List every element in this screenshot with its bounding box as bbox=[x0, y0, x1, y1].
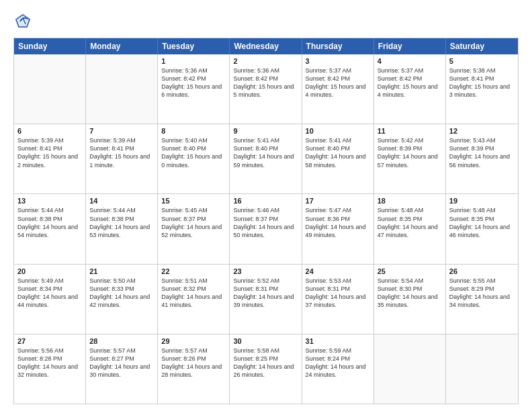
daylight-text: Daylight: 14 hours and 26 minutes. bbox=[233, 363, 298, 379]
weekday-header: Sunday bbox=[14, 38, 86, 54]
calendar-cell: 1Sunrise: 5:36 AMSunset: 8:42 PMDaylight… bbox=[158, 54, 230, 124]
day-number: 14 bbox=[89, 197, 154, 205]
sunrise-text: Sunrise: 5:59 AM bbox=[306, 347, 370, 355]
sunrise-text: Sunrise: 5:40 AM bbox=[161, 136, 226, 144]
sunset-text: Sunset: 8:34 PM bbox=[17, 285, 82, 293]
weekday-header: Tuesday bbox=[158, 38, 230, 54]
daylight-text: Daylight: 15 hours and 5 minutes. bbox=[233, 83, 298, 99]
sunset-text: Sunset: 8:33 PM bbox=[89, 285, 154, 293]
day-number: 2 bbox=[233, 57, 298, 65]
sunrise-text: Sunrise: 5:51 AM bbox=[161, 277, 226, 285]
daylight-text: Daylight: 14 hours and 58 minutes. bbox=[306, 152, 370, 169]
calendar-cell bbox=[14, 54, 86, 124]
calendar-cell bbox=[446, 334, 518, 404]
daylight-text: Daylight: 15 hours and 2 minutes. bbox=[17, 152, 82, 169]
sunset-text: Sunset: 8:39 PM bbox=[449, 144, 515, 152]
daylight-text: Daylight: 14 hours and 46 minutes. bbox=[449, 223, 515, 239]
daylight-text: Daylight: 14 hours and 28 minutes. bbox=[161, 363, 226, 379]
day-number: 12 bbox=[449, 127, 515, 135]
calendar-cell: 19Sunrise: 5:48 AMSunset: 8:35 PMDayligh… bbox=[446, 194, 518, 263]
sunrise-text: Sunrise: 5:44 AM bbox=[89, 206, 154, 214]
calendar-cell: 29Sunrise: 5:57 AMSunset: 8:26 PMDayligh… bbox=[158, 334, 230, 404]
calendar-cell: 11Sunrise: 5:42 AMSunset: 8:39 PMDayligh… bbox=[374, 124, 446, 193]
calendar-row: 13Sunrise: 5:44 AMSunset: 8:38 PMDayligh… bbox=[14, 194, 518, 264]
sunset-text: Sunset: 8:37 PM bbox=[233, 215, 298, 223]
sunset-text: Sunset: 8:40 PM bbox=[306, 144, 370, 152]
calendar-cell: 4Sunrise: 5:37 AMSunset: 8:42 PMDaylight… bbox=[374, 54, 446, 124]
calendar-cell: 6Sunrise: 5:39 AMSunset: 8:41 PMDaylight… bbox=[14, 124, 86, 193]
header bbox=[13, 12, 519, 31]
sunrise-text: Sunrise: 5:41 AM bbox=[306, 136, 370, 144]
sunset-text: Sunset: 8:37 PM bbox=[161, 215, 226, 223]
day-number: 20 bbox=[17, 267, 82, 275]
daylight-text: Daylight: 15 hours and 4 minutes. bbox=[306, 83, 370, 99]
daylight-text: Daylight: 14 hours and 35 minutes. bbox=[378, 293, 442, 309]
sunset-text: Sunset: 8:40 PM bbox=[161, 144, 226, 152]
calendar-cell: 31Sunrise: 5:59 AMSunset: 8:24 PMDayligh… bbox=[302, 334, 374, 404]
calendar-cell: 23Sunrise: 5:52 AMSunset: 8:31 PMDayligh… bbox=[230, 265, 302, 334]
day-number: 15 bbox=[161, 197, 226, 205]
sunrise-text: Sunrise: 5:45 AM bbox=[161, 206, 226, 214]
daylight-text: Daylight: 14 hours and 54 minutes. bbox=[17, 223, 82, 239]
day-number: 9 bbox=[233, 127, 298, 135]
daylight-text: Daylight: 14 hours and 59 minutes. bbox=[233, 152, 298, 169]
calendar-cell: 18Sunrise: 5:48 AMSunset: 8:35 PMDayligh… bbox=[374, 194, 446, 263]
sunset-text: Sunset: 8:42 PM bbox=[306, 75, 370, 83]
calendar-cell: 24Sunrise: 5:53 AMSunset: 8:31 PMDayligh… bbox=[302, 265, 374, 334]
day-number: 21 bbox=[89, 267, 154, 275]
day-number: 17 bbox=[306, 197, 370, 205]
calendar-row: 20Sunrise: 5:49 AMSunset: 8:34 PMDayligh… bbox=[14, 265, 518, 334]
daylight-text: Daylight: 14 hours and 39 minutes. bbox=[233, 293, 298, 309]
day-number: 24 bbox=[306, 267, 370, 275]
daylight-text: Daylight: 15 hours and 4 minutes. bbox=[378, 83, 442, 99]
sunrise-text: Sunrise: 5:39 AM bbox=[89, 136, 154, 144]
weekday-header: Thursday bbox=[302, 38, 374, 54]
calendar-cell: 7Sunrise: 5:39 AMSunset: 8:41 PMDaylight… bbox=[86, 124, 158, 193]
sunset-text: Sunset: 8:41 PM bbox=[17, 144, 82, 152]
sunrise-text: Sunrise: 5:39 AM bbox=[17, 136, 82, 144]
calendar-cell: 10Sunrise: 5:41 AMSunset: 8:40 PMDayligh… bbox=[302, 124, 374, 193]
daylight-text: Daylight: 14 hours and 57 minutes. bbox=[378, 152, 442, 169]
day-number: 1 bbox=[161, 57, 226, 65]
calendar-cell: 22Sunrise: 5:51 AMSunset: 8:32 PMDayligh… bbox=[158, 265, 230, 334]
calendar-cell: 16Sunrise: 5:46 AMSunset: 8:37 PMDayligh… bbox=[230, 194, 302, 263]
day-number: 16 bbox=[233, 197, 298, 205]
daylight-text: Daylight: 14 hours and 56 minutes. bbox=[449, 152, 515, 169]
sunset-text: Sunset: 8:35 PM bbox=[378, 215, 442, 223]
logo bbox=[13, 12, 35, 31]
calendar-cell: 5Sunrise: 5:38 AMSunset: 8:41 PMDaylight… bbox=[446, 54, 518, 124]
sunset-text: Sunset: 8:42 PM bbox=[378, 75, 442, 83]
day-number: 8 bbox=[161, 127, 226, 135]
day-number: 25 bbox=[378, 267, 442, 275]
sunrise-text: Sunrise: 5:44 AM bbox=[17, 206, 82, 214]
sunrise-text: Sunrise: 5:53 AM bbox=[306, 277, 370, 285]
calendar-cell: 20Sunrise: 5:49 AMSunset: 8:34 PMDayligh… bbox=[14, 265, 86, 334]
calendar-header: SundayMondayTuesdayWednesdayThursdayFrid… bbox=[14, 38, 518, 54]
sunset-text: Sunset: 8:32 PM bbox=[161, 285, 226, 293]
day-number: 28 bbox=[89, 337, 154, 345]
daylight-text: Daylight: 15 hours and 6 minutes. bbox=[161, 83, 226, 99]
sunrise-text: Sunrise: 5:46 AM bbox=[233, 206, 298, 214]
sunrise-text: Sunrise: 5:41 AM bbox=[233, 136, 298, 144]
day-number: 5 bbox=[449, 57, 515, 65]
sunrise-text: Sunrise: 5:52 AM bbox=[233, 277, 298, 285]
day-number: 18 bbox=[378, 197, 442, 205]
logo-icon bbox=[13, 12, 32, 31]
day-number: 10 bbox=[306, 127, 370, 135]
sunset-text: Sunset: 8:25 PM bbox=[233, 355, 298, 363]
sunset-text: Sunset: 8:41 PM bbox=[89, 144, 154, 152]
calendar-row: 6Sunrise: 5:39 AMSunset: 8:41 PMDaylight… bbox=[14, 124, 518, 194]
daylight-text: Daylight: 14 hours and 47 minutes. bbox=[378, 223, 442, 239]
sunset-text: Sunset: 8:30 PM bbox=[378, 285, 442, 293]
calendar-cell: 25Sunrise: 5:54 AMSunset: 8:30 PMDayligh… bbox=[374, 265, 446, 334]
daylight-text: Daylight: 15 hours and 0 minutes. bbox=[161, 152, 226, 169]
calendar-cell: 28Sunrise: 5:57 AMSunset: 8:27 PMDayligh… bbox=[86, 334, 158, 404]
day-number: 27 bbox=[17, 337, 82, 345]
daylight-text: Daylight: 15 hours and 3 minutes. bbox=[449, 83, 515, 99]
calendar-row: 1Sunrise: 5:36 AMSunset: 8:42 PMDaylight… bbox=[14, 54, 518, 124]
calendar-cell bbox=[86, 54, 158, 124]
sunrise-text: Sunrise: 5:55 AM bbox=[449, 277, 515, 285]
day-number: 13 bbox=[17, 197, 82, 205]
sunrise-text: Sunrise: 5:48 AM bbox=[378, 206, 442, 214]
svg-marker-0 bbox=[15, 13, 31, 28]
